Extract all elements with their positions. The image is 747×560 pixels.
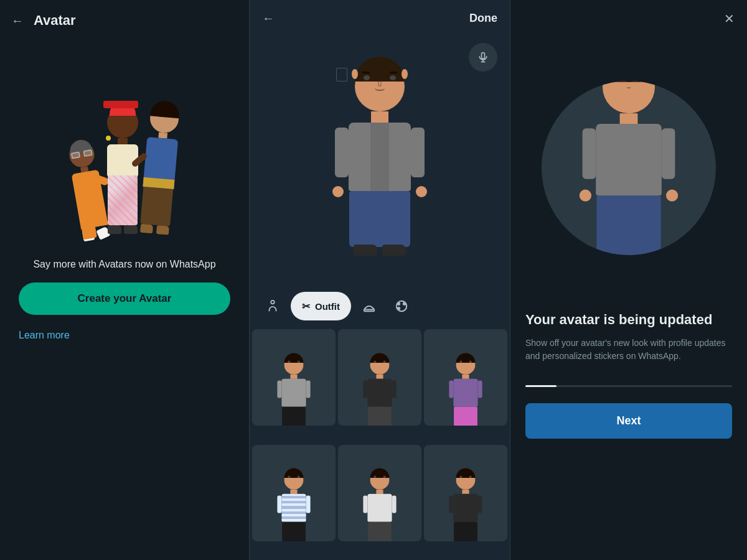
tab-body[interactable] xyxy=(258,292,287,320)
outfit-item-black[interactable] xyxy=(338,329,421,426)
svg-point-3 xyxy=(271,301,275,304)
avatar-figure-2 xyxy=(107,107,138,234)
outfit-tab-bar: ✂ Outfit xyxy=(250,286,510,327)
svg-rect-0 xyxy=(482,53,485,59)
mic-button[interactable] xyxy=(469,43,497,72)
middle-header: ← Done xyxy=(250,0,510,37)
progress-bar xyxy=(525,385,732,387)
page-title: Avatar xyxy=(34,12,76,29)
middle-back-button[interactable]: ← xyxy=(262,11,275,26)
right-avatar-area xyxy=(510,37,747,299)
avatar-figure-1 xyxy=(66,140,110,241)
update-desc: Show off your avatar's new look with pro… xyxy=(525,337,732,363)
panel-right: ✕ xyxy=(510,0,747,560)
outfit-item-white[interactable] xyxy=(338,445,421,541)
outfit-item-leather[interactable] xyxy=(424,445,507,541)
outfit-item-plaid[interactable] xyxy=(424,329,507,426)
next-button[interactable]: Next xyxy=(525,403,732,439)
create-avatar-button[interactable]: Create your Avatar xyxy=(19,282,230,315)
svg-point-7 xyxy=(403,303,406,306)
promo-text: Say more with Avatars now on WhatsApp xyxy=(0,253,249,282)
update-title: Your avatar is being updated xyxy=(525,311,732,329)
update-text-area: Your avatar is being updated Show off yo… xyxy=(510,299,747,375)
outfit-item-gray[interactable] xyxy=(252,329,336,426)
avatar-preview xyxy=(250,37,510,286)
right-header: ✕ xyxy=(510,0,747,37)
learn-more-link[interactable]: Learn more xyxy=(0,330,88,341)
done-button[interactable]: Done xyxy=(469,12,497,25)
avatar-illustration xyxy=(0,41,249,253)
left-header: ← Avatar xyxy=(0,0,249,41)
tab-hat[interactable] xyxy=(355,292,383,320)
main-avatar-preview xyxy=(330,62,430,261)
panel-middle: ← Done xyxy=(249,0,510,560)
tab-outfit[interactable]: ✂ Outfit xyxy=(291,292,351,320)
outfit-item-stripe[interactable] xyxy=(252,445,336,541)
progress-bar-fill xyxy=(525,385,557,387)
right-avatar-preview xyxy=(596,81,662,255)
avatar-figure-3 xyxy=(139,103,181,235)
back-button[interactable]: ← xyxy=(11,14,24,28)
panel-left: ← Avatar xyxy=(0,0,249,560)
svg-point-8 xyxy=(398,307,400,310)
svg-point-6 xyxy=(398,303,400,306)
svg-rect-4 xyxy=(364,310,375,312)
avatar-circle-bg xyxy=(542,81,716,255)
outfit-grid xyxy=(250,327,510,560)
close-button[interactable]: ✕ xyxy=(724,11,735,26)
tab-style[interactable] xyxy=(387,292,416,320)
